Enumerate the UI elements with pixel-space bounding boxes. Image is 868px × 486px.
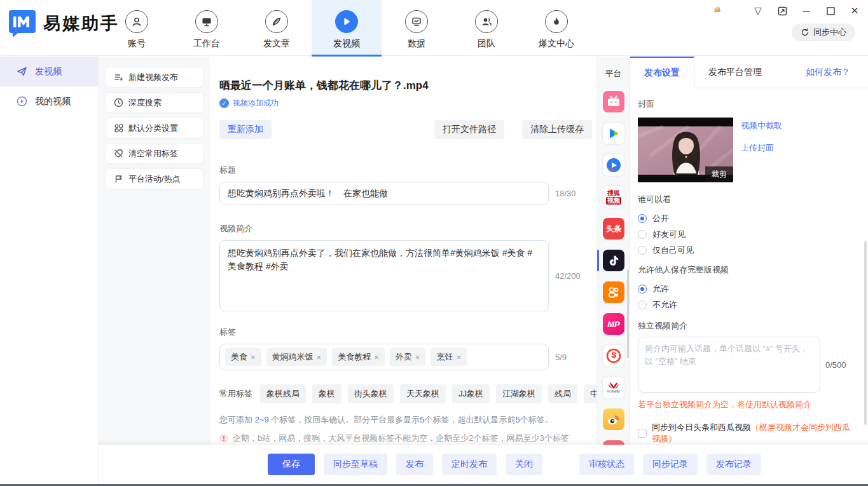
common-tag-chip[interactable]: 天天象棋 (400, 384, 446, 403)
cover-section: ◦◦ 裁剪 视频中截取 上传封面 (638, 118, 855, 182)
independent-desc-textarea[interactable] (638, 337, 820, 393)
deep-search-button[interactable]: 深度搜索 (106, 92, 203, 113)
toutiao-icon: 头条 (603, 218, 624, 240)
platform-item-douyin[interactable] (597, 245, 630, 276)
clear-upload-cache-button[interactable]: 清除上传缓存 (522, 120, 592, 139)
nav-item-post-article[interactable]: 发文章 (242, 0, 312, 56)
sidebar-item-my-videos[interactable]: 我的视频 (0, 86, 98, 116)
nav-item-account[interactable]: 账号 (102, 0, 172, 56)
radio-disallow[interactable]: 不允许 (638, 297, 855, 313)
footer-actions: 保存 同步至草稿 发布 定时发布 关闭 审核状态 同步记录 发布记录 (99, 445, 868, 484)
remove-tag-icon[interactable]: × (251, 353, 256, 362)
visibility-label: 谁可以看 (638, 194, 855, 205)
open-file-path-button[interactable]: 打开文件路径 (434, 120, 504, 139)
platform-scrollbar[interactable] (627, 269, 629, 358)
publish-records-button[interactable]: 发布记录 (706, 454, 761, 475)
platform-item-huawei[interactable]: HUAWEI (597, 372, 630, 403)
sync-center-button[interactable]: 同步中心 (792, 24, 855, 41)
default-category-settings-button[interactable]: 默认分类设置 (106, 118, 203, 138)
data-chart-icon (405, 10, 428, 33)
capture-from-video-link[interactable]: 视频中截取 (741, 120, 782, 132)
platform-activity-button[interactable]: 平台活动/热点 (106, 168, 203, 189)
radio-icon (638, 300, 647, 309)
window-menu-icon[interactable]: ▽ (751, 4, 765, 18)
sidebar-item-post-video[interactable]: 发视频 (0, 57, 98, 86)
list-plus-icon (114, 72, 123, 82)
platform-item-sohu-video[interactable]: 搜狐 视频 (597, 181, 630, 213)
platform-item-kuaishou[interactable] (597, 276, 630, 308)
panel-scrollbar[interactable] (864, 241, 867, 425)
tag-hint: 您可添加 2~9 个标签，按回车确认。部分平台最多显示5个标签，超出默认显示前5… (219, 414, 596, 426)
cover-thumbnail[interactable]: ◦◦ 裁剪 (638, 118, 733, 182)
nav-item-post-video[interactable]: 发视频 (312, 0, 382, 56)
remove-tag-icon[interactable]: × (317, 353, 322, 362)
checkbox-icon (638, 429, 647, 438)
clear-common-tags-button[interactable]: 清空常用标签 (106, 143, 203, 164)
promo-icon[interactable] (712, 4, 723, 15)
title-input[interactable] (219, 182, 549, 205)
platform-item-weibo[interactable] (597, 403, 630, 435)
upload-cover-link[interactable]: 上传封面 (741, 142, 782, 154)
platform-item-ifeng-mp[interactable]: MP (597, 308, 630, 340)
independent-desc-label: 独立视频简介 (638, 320, 855, 332)
publish-settings-body: 封面 ◦◦ 裁剪 视频中截取 (630, 88, 868, 445)
crop-button[interactable]: 裁剪 (705, 166, 733, 182)
radio-icon (638, 230, 647, 239)
radio-allow[interactable]: 允许 (638, 281, 855, 297)
radio-friends-only[interactable]: 好友可见 (638, 226, 855, 242)
save-button[interactable]: 保存 (268, 454, 315, 475)
sync-records-button[interactable]: 同步记录 (643, 454, 698, 475)
minimize-icon[interactable]: ─ (799, 4, 813, 18)
mini-mode-icon[interactable] (775, 4, 789, 18)
remove-tag-icon[interactable]: × (374, 353, 379, 362)
sync-to-draft-button[interactable]: 同步至草稿 (324, 454, 387, 475)
review-status-button[interactable]: 审核状态 (579, 454, 634, 475)
nav-item-team[interactable]: 团队 (451, 0, 521, 56)
platform-item-toutiao[interactable]: 头条 (597, 213, 630, 245)
tab-publish-settings[interactable]: 发布设置 (630, 57, 694, 88)
tags-counter: 5/9 (555, 353, 567, 362)
platform-item-haokan-video[interactable] (597, 149, 630, 181)
remove-tag-icon[interactable]: × (415, 353, 420, 362)
radio-private[interactable]: 仅自己可见 (638, 242, 855, 258)
upload-status: ✓ 视频添加成功 (219, 98, 596, 109)
nav-item-data[interactable]: 数据 (382, 0, 451, 56)
maximize-icon[interactable] (823, 4, 837, 18)
platform-item-bilibili[interactable] (597, 86, 630, 118)
publish-panel: 发布设置 发布平台管理 如何发布？ 封面 ◦◦ (630, 57, 868, 445)
common-tag-chip[interactable]: 街头象棋 (348, 384, 394, 403)
description-label: 视频简介 (219, 223, 596, 234)
common-tag-chip[interactable]: JJ象棋 (452, 384, 490, 403)
radio-public[interactable]: 公开 (638, 210, 855, 226)
scheduled-publish-button[interactable]: 定时发布 (442, 454, 497, 475)
nav-item-workspace[interactable]: 工作台 (172, 0, 242, 56)
platform-item-tencent-video[interactable] (597, 118, 630, 149)
tag-chip: 烹饪× (431, 348, 467, 366)
tag-chip: 美食× (225, 348, 261, 366)
nav-item-hot-center[interactable]: 爆文中心 (521, 0, 591, 56)
bilibili-icon (603, 91, 624, 112)
common-tags-label: 常用标签 (219, 388, 252, 400)
tab-platform-management[interactable]: 发布平台管理 (694, 57, 776, 88)
platform-list: 搜狐 视频 头条 (597, 86, 630, 445)
tags-input[interactable]: 美食× 黄焖鸡米饭× 美食教程× 外卖× 烹饪× (219, 344, 549, 370)
flame-icon (545, 10, 568, 33)
huawei-icon: HUAWEI (603, 377, 624, 398)
common-tag-chip[interactable]: 象棋 (312, 384, 341, 403)
description-textarea[interactable]: 想吃黄焖鸡别再点外卖了，我们在家也能做，方法很简单#黄焖鸡米饭 #美食 #美食教… (219, 240, 549, 311)
close-button[interactable]: 关闭 (506, 454, 542, 475)
new-video-publish-button[interactable]: 新建视频发布 (106, 67, 203, 88)
common-tag-chip[interactable]: 中国象棋 (584, 384, 596, 403)
common-tag-chip[interactable]: 残局 (548, 384, 577, 403)
common-tag-chip[interactable]: 江湖象棋 (496, 384, 542, 403)
close-icon[interactable]: ✕ (848, 4, 862, 18)
tag-chip: 美食教程× (332, 348, 385, 366)
play-circle-icon (17, 96, 27, 107)
how-to-publish-link[interactable]: 如何发布？ (806, 57, 850, 88)
article-pen-icon (265, 10, 288, 33)
common-tag-chip[interactable]: 象棋残局 (260, 384, 306, 403)
platform-item-sogou[interactable] (597, 340, 630, 372)
publish-button[interactable]: 发布 (396, 454, 433, 475)
readd-video-button[interactable]: 重新添加 (219, 120, 272, 139)
remove-tag-icon[interactable]: × (456, 353, 461, 362)
